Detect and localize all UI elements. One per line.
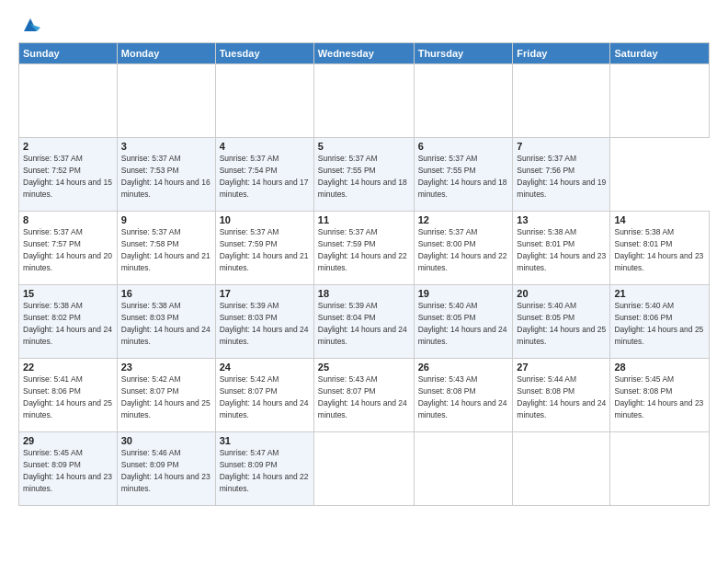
calendar-cell: 11 Sunrise: 5:37 AMSunset: 7:59 PMDaylig…: [313, 212, 414, 285]
calendar-cell: 14 Sunrise: 5:38 AMSunset: 8:01 PMDaylig…: [610, 212, 710, 285]
calendar-cell: [313, 432, 414, 506]
calendar-cell: 25 Sunrise: 5:43 AMSunset: 8:07 PMDaylig…: [313, 359, 414, 432]
day-number: 23: [121, 362, 211, 373]
calendar-cell: 23 Sunrise: 5:42 AMSunset: 8:07 PMDaylig…: [117, 359, 215, 432]
day-number: 7: [517, 141, 606, 152]
header: [18, 15, 710, 35]
day-number: 27: [517, 362, 606, 373]
day-info: Sunrise: 5:38 AMSunset: 8:01 PMDaylight:…: [614, 227, 703, 272]
calendar-cell: 18 Sunrise: 5:39 AMSunset: 8:04 PMDaylig…: [313, 285, 414, 359]
calendar-cell: 19 Sunrise: 5:40 AMSunset: 8:05 PMDaylig…: [414, 285, 513, 359]
day-number: 16: [121, 288, 211, 299]
day-info: Sunrise: 5:39 AMSunset: 8:04 PMDaylight:…: [318, 301, 407, 346]
calendar-cell: 28 Sunrise: 5:45 AMSunset: 8:08 PMDaylig…: [610, 359, 710, 432]
day-number: 5: [318, 141, 410, 152]
day-info: Sunrise: 5:38 AMSunset: 8:01 PMDaylight:…: [517, 227, 606, 272]
calendar-cell: 17 Sunrise: 5:39 AMSunset: 8:03 PMDaylig…: [215, 285, 313, 359]
week-row-2: 2 Sunrise: 5:37 AMSunset: 7:52 PMDayligh…: [19, 138, 710, 212]
calendar-cell: 30 Sunrise: 5:46 AMSunset: 8:09 PMDaylig…: [117, 432, 215, 506]
calendar-cell: 31 Sunrise: 5:47 AMSunset: 8:09 PMDaylig…: [215, 432, 313, 506]
day-info: Sunrise: 5:37 AMSunset: 7:55 PMDaylight:…: [318, 154, 407, 199]
day-info: Sunrise: 5:38 AMSunset: 8:03 PMDaylight:…: [121, 301, 210, 346]
day-info: Sunrise: 5:44 AMSunset: 8:08 PMDaylight:…: [517, 374, 606, 419]
page: SundayMondayTuesdayWednesdayThursdayFrid…: [0, 0, 728, 563]
calendar-cell: 8 Sunrise: 5:37 AMSunset: 7:57 PMDayligh…: [19, 212, 118, 285]
day-number: 3: [121, 141, 211, 152]
day-number: 18: [318, 288, 410, 299]
calendar-cell: 10 Sunrise: 5:37 AMSunset: 7:59 PMDaylig…: [215, 212, 313, 285]
day-of-week-header: SundayMondayTuesdayWednesdayThursdayFrid…: [19, 43, 710, 64]
calendar-cell: [117, 64, 215, 138]
calendar-cell: 5 Sunrise: 5:37 AMSunset: 7:55 PMDayligh…: [313, 138, 414, 212]
svg-marker-0: [24, 18, 37, 31]
calendar-cell: [610, 64, 710, 138]
day-number: 29: [23, 435, 113, 446]
dow-sunday: Sunday: [19, 43, 118, 64]
calendar-cell: 12 Sunrise: 5:37 AMSunset: 8:00 PMDaylig…: [414, 212, 513, 285]
day-info: Sunrise: 5:37 AMSunset: 7:58 PMDaylight:…: [121, 227, 210, 272]
day-info: Sunrise: 5:45 AMSunset: 8:09 PMDaylight:…: [23, 448, 112, 493]
day-info: Sunrise: 5:42 AMSunset: 8:07 PMDaylight:…: [220, 374, 309, 419]
day-number: 6: [418, 141, 509, 152]
day-number: 10: [220, 214, 310, 225]
day-info: Sunrise: 5:37 AMSunset: 7:59 PMDaylight:…: [318, 227, 407, 272]
calendar-cell: 20 Sunrise: 5:40 AMSunset: 8:05 PMDaylig…: [513, 285, 610, 359]
calendar-cell: 26 Sunrise: 5:43 AMSunset: 8:08 PMDaylig…: [414, 359, 513, 432]
day-number: 31: [220, 435, 310, 446]
dow-thursday: Thursday: [414, 43, 513, 64]
day-number: 12: [418, 214, 509, 225]
dow-monday: Monday: [117, 43, 215, 64]
day-info: Sunrise: 5:38 AMSunset: 8:02 PMDaylight:…: [23, 301, 112, 346]
logo: [18, 15, 40, 35]
calendar-cell: 3 Sunrise: 5:37 AMSunset: 7:53 PMDayligh…: [117, 138, 215, 212]
day-number: 8: [23, 214, 113, 225]
calendar-cell: 15 Sunrise: 5:38 AMSunset: 8:02 PMDaylig…: [19, 285, 118, 359]
logo-icon: [20, 15, 40, 35]
week-row-4: 15 Sunrise: 5:38 AMSunset: 8:02 PMDaylig…: [19, 285, 710, 359]
day-number: 11: [318, 214, 410, 225]
calendar-table: SundayMondayTuesdayWednesdayThursdayFrid…: [18, 42, 710, 506]
day-number: 26: [418, 362, 509, 373]
calendar-cell: 27 Sunrise: 5:44 AMSunset: 8:08 PMDaylig…: [513, 359, 610, 432]
day-info: Sunrise: 5:45 AMSunset: 8:08 PMDaylight:…: [614, 374, 703, 419]
calendar-cell: [414, 432, 513, 506]
day-number: 30: [121, 435, 211, 446]
day-info: Sunrise: 5:41 AMSunset: 8:06 PMDaylight:…: [23, 374, 112, 419]
calendar-body: 2 Sunrise: 5:37 AMSunset: 7:52 PMDayligh…: [19, 64, 710, 506]
day-info: Sunrise: 5:42 AMSunset: 8:07 PMDaylight:…: [121, 374, 210, 419]
calendar-cell: 7 Sunrise: 5:37 AMSunset: 7:56 PMDayligh…: [513, 138, 610, 212]
week-row-3: 8 Sunrise: 5:37 AMSunset: 7:57 PMDayligh…: [19, 212, 710, 285]
day-info: Sunrise: 5:37 AMSunset: 7:55 PMDaylight:…: [418, 154, 507, 199]
day-info: Sunrise: 5:40 AMSunset: 8:05 PMDaylight:…: [418, 301, 507, 346]
calendar-cell: [513, 64, 610, 138]
day-info: Sunrise: 5:40 AMSunset: 8:05 PMDaylight:…: [517, 301, 606, 346]
day-number: 13: [517, 214, 606, 225]
day-info: Sunrise: 5:47 AMSunset: 8:09 PMDaylight:…: [220, 448, 309, 493]
day-info: Sunrise: 5:43 AMSunset: 8:08 PMDaylight:…: [418, 374, 507, 419]
day-number: 28: [614, 362, 705, 373]
calendar-cell: 24 Sunrise: 5:42 AMSunset: 8:07 PMDaylig…: [215, 359, 313, 432]
day-info: Sunrise: 5:37 AMSunset: 8:00 PMDaylight:…: [418, 227, 507, 272]
calendar-cell: [610, 432, 710, 506]
day-info: Sunrise: 5:40 AMSunset: 8:06 PMDaylight:…: [614, 301, 703, 346]
calendar-cell: 21 Sunrise: 5:40 AMSunset: 8:06 PMDaylig…: [610, 285, 710, 359]
calendar-cell: [313, 64, 414, 138]
day-info: Sunrise: 5:37 AMSunset: 7:53 PMDaylight:…: [121, 154, 210, 199]
day-number: 2: [23, 141, 113, 152]
calendar-cell: 2 Sunrise: 5:37 AMSunset: 7:52 PMDayligh…: [19, 138, 118, 212]
calendar-cell: 22 Sunrise: 5:41 AMSunset: 8:06 PMDaylig…: [19, 359, 118, 432]
calendar-cell: 6 Sunrise: 5:37 AMSunset: 7:55 PMDayligh…: [414, 138, 513, 212]
day-info: Sunrise: 5:43 AMSunset: 8:07 PMDaylight:…: [318, 374, 407, 419]
day-number: 21: [614, 288, 705, 299]
day-number: 24: [220, 362, 310, 373]
dow-wednesday: Wednesday: [313, 43, 414, 64]
day-info: Sunrise: 5:37 AMSunset: 7:52 PMDaylight:…: [23, 154, 112, 199]
calendar-cell: 9 Sunrise: 5:37 AMSunset: 7:58 PMDayligh…: [117, 212, 215, 285]
day-info: Sunrise: 5:46 AMSunset: 8:09 PMDaylight:…: [121, 448, 210, 493]
day-number: 14: [614, 214, 705, 225]
day-number: 25: [318, 362, 410, 373]
calendar-cell: [414, 64, 513, 138]
day-number: 20: [517, 288, 606, 299]
calendar-cell: 16 Sunrise: 5:38 AMSunset: 8:03 PMDaylig…: [117, 285, 215, 359]
day-number: 15: [23, 288, 113, 299]
